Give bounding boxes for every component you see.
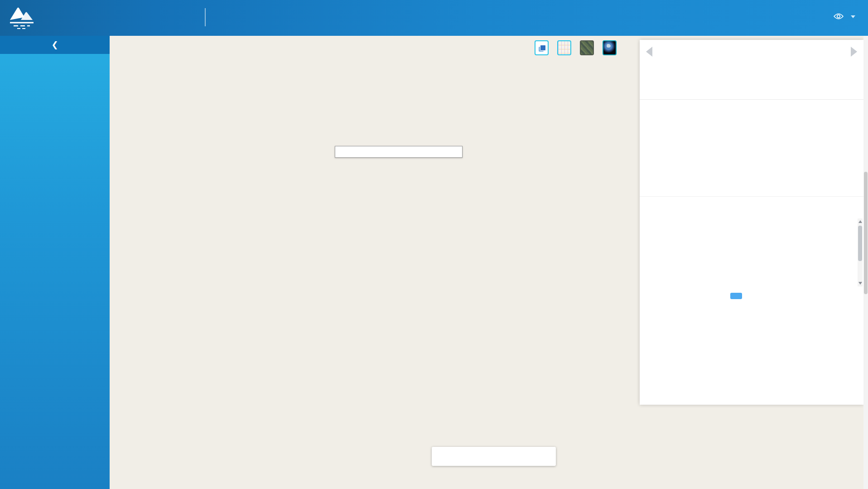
chart-header	[640, 290, 863, 304]
eye-icon	[834, 13, 844, 20]
bar-chart	[640, 304, 863, 405]
table-scrollbar[interactable]	[858, 218, 863, 286]
app-header	[0, 0, 868, 36]
page-scrollbar-thumb[interactable]	[864, 172, 868, 294]
chart-legend[interactable]	[730, 293, 745, 299]
year-selector	[640, 40, 863, 63]
next-year-button[interactable]	[851, 47, 857, 57]
street-map-layer-button[interactable]	[557, 40, 571, 55]
measure-area-tooltip	[335, 146, 463, 158]
app-root: ❮	[0, 0, 868, 489]
statistic-tabs	[640, 83, 863, 100]
layers-toggle-button[interactable]	[535, 40, 549, 55]
sub-tabs	[640, 181, 863, 197]
app-logo	[7, 5, 36, 31]
scrollbar-thumb[interactable]	[858, 226, 862, 261]
cursor-coordinates	[113, 465, 131, 471]
globe-layer-button[interactable]	[603, 40, 617, 55]
satellite-layer-button[interactable]	[580, 40, 594, 55]
scale-statistics-table	[640, 201, 863, 288]
scroll-down-icon[interactable]	[858, 282, 862, 285]
sidebar-collapse-button[interactable]: ❮	[0, 36, 110, 54]
layers-icon	[539, 45, 545, 51]
left-sidebar: ❮	[0, 36, 110, 489]
layer-switcher	[535, 40, 625, 55]
legend-swatch	[730, 293, 742, 299]
previous-year-button[interactable]	[646, 47, 652, 57]
header-divider	[205, 8, 206, 26]
scroll-up-icon[interactable]	[858, 220, 862, 223]
page-scrollbar[interactable]	[863, 36, 868, 489]
user-menu-chevron-icon	[851, 15, 855, 18]
user-area[interactable]	[834, 13, 855, 20]
map-toolbar	[432, 447, 556, 466]
region-selects	[645, 63, 858, 78]
statistics-panel	[640, 40, 863, 405]
